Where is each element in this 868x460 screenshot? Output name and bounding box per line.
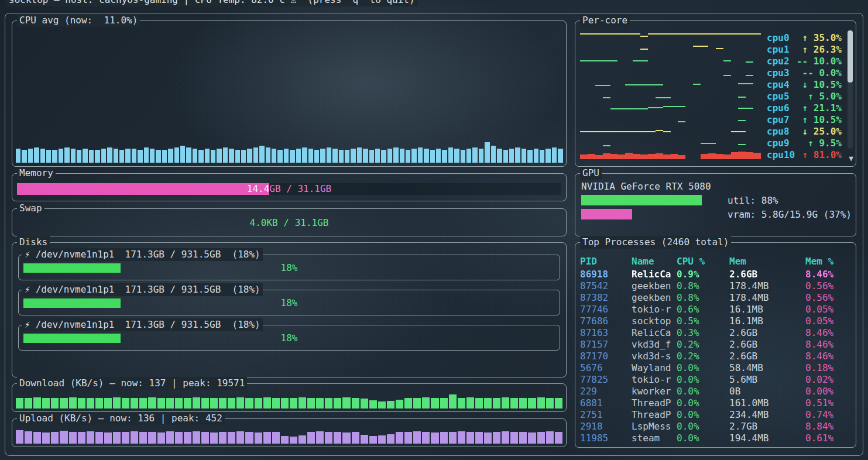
cpu_avg-bar (253, 147, 258, 163)
cpu_avg-bar (314, 150, 319, 163)
cpu_avg-bar (503, 150, 508, 163)
download-bar (307, 398, 315, 408)
process-name: geekben (632, 280, 677, 292)
cpu_avg-bar (284, 149, 289, 163)
core-name: cpu6 (767, 102, 790, 114)
process-row[interactable]: 86918RelicCa0.9%2.6GB8.46% (580, 269, 851, 280)
disk-title: ⚡/dev/nvme1n1p1171.3GB / 931.5GB (18%) (22, 318, 263, 331)
core-row: cpu6↑ 21.1% (580, 102, 842, 114)
cpu_avg-bar (272, 149, 276, 163)
process-mempct: 8.46% (805, 339, 851, 351)
process-pid: 5676 (580, 362, 632, 374)
cpu_avg-bar (77, 150, 81, 163)
download-bar (555, 398, 562, 408)
process-pid: 11985 (580, 432, 632, 444)
cpu_avg-bar (369, 150, 374, 163)
cpu_avg-bar (277, 150, 282, 163)
cpu_avg-bar (454, 149, 459, 163)
upload-title: Upload (KB/s) — now: 136 | peak: 452 (17, 412, 225, 425)
upload-bar (528, 432, 536, 444)
download-bar (378, 401, 386, 408)
cpu_avg-bar (461, 150, 465, 163)
process-mem: 16.1MB (729, 315, 805, 327)
upload-bar (245, 432, 253, 444)
process-name: geekben (632, 292, 677, 304)
cpu_avg-bar (89, 150, 94, 163)
scrollbar-thumb[interactable] (848, 30, 853, 83)
process-row[interactable]: 87542geekben0.8%178.4MB0.56% (580, 280, 851, 292)
process-row[interactable]: 6881ThreadP0.0%161.0MB0.51% (580, 397, 851, 409)
upload-bar (139, 432, 147, 444)
upload-bar (307, 432, 315, 444)
core-value: ↑ 35.0% (802, 32, 842, 43)
process-cpu: 0.0% (677, 362, 729, 374)
download-bar (33, 397, 41, 408)
gpu-util-bar-fill (581, 195, 702, 205)
cpu_avg-bar (217, 149, 221, 163)
core-name: cpu9 (767, 138, 790, 149)
process-row[interactable]: 2918LspMess0.0%2.7GB8.84% (580, 421, 851, 432)
gpu-util-bar (581, 195, 718, 205)
download-bar (87, 398, 94, 408)
process-mem: 2.7GB (729, 421, 805, 432)
core-label: cpu6↑ 21.1% (767, 102, 842, 114)
cpu_avg-bar (479, 149, 483, 163)
process-row[interactable]: 77686socktop0.5%16.1MB0.05% (580, 315, 851, 327)
cpu_avg-bar (71, 149, 76, 163)
process-pid: 87170 (580, 351, 632, 362)
download-bar (42, 398, 50, 408)
cpu_avg-bar (95, 150, 100, 163)
upload-bar (272, 432, 280, 444)
process-row[interactable]: 11985steam0.0%194.4MB0.61% (580, 432, 851, 444)
process-row[interactable]: 87382geekben0.8%178.4MB0.56% (580, 292, 851, 304)
cpu_avg-bar (466, 149, 471, 163)
download-bar (228, 398, 235, 408)
upload-bar (413, 431, 421, 444)
process-cpu: 0.0% (677, 374, 729, 386)
cpu_avg-bar (400, 149, 404, 163)
cpu_avg-bar (229, 149, 234, 163)
download-bar (166, 398, 174, 408)
upload-bar (369, 436, 377, 444)
upload-bar (342, 432, 350, 444)
download-bar (236, 397, 244, 408)
upload-bar (263, 432, 271, 444)
process-cpu: 0.8% (677, 292, 729, 304)
upload-bar (396, 432, 403, 444)
process-row[interactable]: 77746tokio-r0.6%16.1MB0.05% (580, 304, 851, 315)
process-row[interactable]: 87170vkd3d-s0.2%2.6GB8.46% (580, 351, 851, 362)
per-core-scrollbar[interactable] (848, 30, 853, 149)
process-pid: 229 (580, 386, 632, 397)
process-row[interactable]: 229kworker0.0%0B0.00% (580, 386, 851, 397)
download-bar (272, 398, 280, 408)
process-row[interactable]: 87157vkd3d_f0.2%2.6GB8.46% (580, 339, 851, 351)
process-name: vkd3d-s (632, 351, 677, 362)
core-value: ↓ 10.5% (802, 79, 842, 90)
core-row: cpu9↑ 9.5% (580, 137, 842, 149)
cpu_avg-bar (174, 147, 179, 163)
cpu_avg-bar (381, 150, 386, 163)
scroll-down-icon[interactable]: ▼ (849, 154, 853, 163)
core-row: cpu4↓ 10.5% (580, 78, 842, 90)
disk-list: ⚡/dev/nvme1n1p1171.3GB / 931.5GB (18%)18… (12, 243, 566, 377)
core-label: cpu10↑ 81.0% (767, 149, 842, 160)
process-row[interactable]: 2751ThreadP0.0%234.4MB0.74% (580, 409, 851, 421)
upload-bar (60, 431, 67, 444)
upload-bar (157, 432, 165, 444)
process-name: Wayland (632, 362, 677, 374)
process-row[interactable]: 5676Wayland0.0%58.4MB0.18% (580, 362, 851, 374)
upload-bar (95, 432, 103, 444)
download-bar (537, 397, 545, 408)
core-label: cpu4↓ 10.5% (767, 79, 842, 90)
process-row[interactable]: 87163RelicCa0.3%2.6GB8.46% (580, 327, 851, 339)
cpu_avg-bar (418, 147, 423, 163)
cpu_avg-bar (527, 150, 532, 163)
download-bar (157, 398, 165, 408)
process-mempct: 0.56% (805, 292, 851, 304)
process-row[interactable]: 77825tokio-r0.0%5.6MB0.02% (580, 374, 851, 386)
process-table-rows: 86918RelicCa0.9%2.6GB8.46%87542geekben0.… (580, 269, 851, 444)
core-label: cpu7↑ 10.5% (767, 114, 842, 125)
process-cpu: 0.3% (677, 327, 729, 339)
process-name: tokio-r (632, 374, 677, 386)
header-cpu: CPU % (677, 256, 729, 267)
